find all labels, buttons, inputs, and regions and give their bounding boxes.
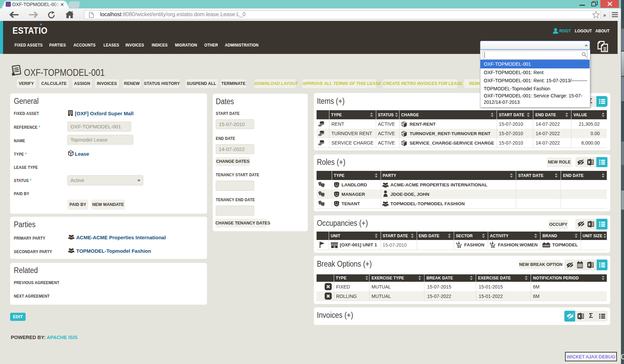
svg-text:LEGO: LEGO <box>543 244 550 247</box>
